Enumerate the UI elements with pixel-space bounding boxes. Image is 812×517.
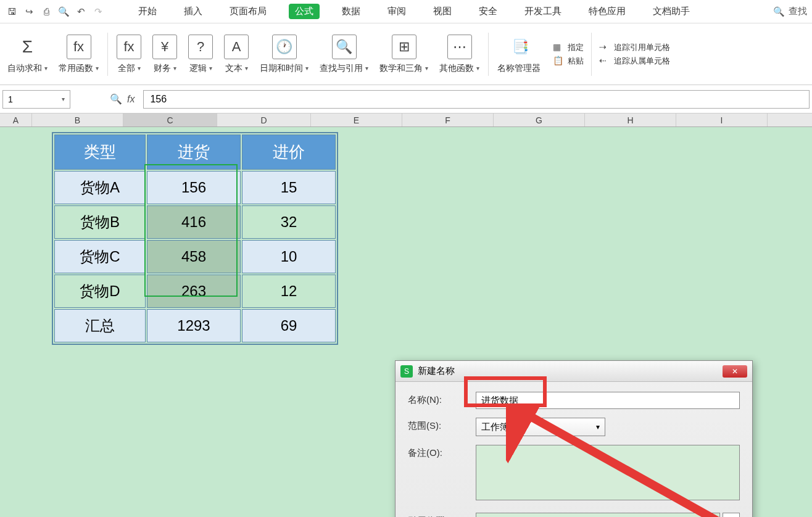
dialog-titlebar[interactable]: S 新建名称 ✕ — [396, 361, 752, 382]
table-row: 货物C 458 10 — [54, 240, 336, 273]
close-icon[interactable]: ✕ — [723, 365, 747, 378]
fx-all-icon: fx — [117, 35, 141, 59]
ref-label: 引用位置(R): — [408, 513, 476, 517]
app-logo-icon: S — [400, 365, 413, 378]
ref-picker-button[interactable]: ▦ — [723, 513, 740, 517]
data-table: 类型 进货 进价 货物A 156 15 货物B 416 32 货物C 458 1… — [52, 132, 338, 345]
tab-formula[interactable]: 公式 — [289, 4, 320, 19]
ribbon: Σ 自动求和 fx 常用函数 fx 全部 ¥ 财务 ? 逻辑 A 文本 🕐 日期… — [0, 23, 812, 85]
print-icon[interactable]: ⎙ — [39, 5, 53, 19]
col-D[interactable]: D — [217, 114, 311, 126]
tab-review[interactable]: 审阅 — [383, 4, 411, 19]
name-manager-button[interactable]: 📑 名称管理器 — [492, 35, 548, 74]
redo-icon[interactable]: ↷ — [91, 5, 105, 19]
tab-data[interactable]: 数据 — [337, 4, 365, 19]
math-icon: ⊞ — [392, 35, 416, 59]
menu-tabs: 开始 插入 页面布局 公式 数据 审阅 视图 安全 开发工具 特色应用 文档助手 — [133, 4, 695, 19]
all-fn-button[interactable]: fx 全部 — [112, 35, 146, 74]
tab-insert[interactable]: 插入 — [179, 4, 207, 19]
share-icon[interactable]: ↪ — [22, 5, 36, 19]
lookup-fn-button[interactable]: 🔍 查找与引用 — [315, 35, 373, 74]
trace-prec-icon: ⇢ — [599, 42, 610, 53]
preview-icon[interactable]: 🔍 — [57, 5, 70, 19]
spreadsheet-grid[interactable]: A B C D E F G H I 类型 进货 进价 货物A 156 15 货物… — [0, 114, 812, 517]
column-headers: A B C D E F G H I — [0, 114, 812, 127]
define-name-button[interactable]: ▦指定 — [553, 42, 584, 53]
grid-icon: ▦ — [553, 42, 564, 53]
fx-icon[interactable]: fx — [127, 94, 135, 105]
trace-dep-icon: ⇠ — [599, 56, 610, 67]
col-G[interactable]: G — [494, 114, 585, 126]
trace-dependents-button[interactable]: ⇠追踪从属单元格 — [599, 56, 670, 67]
search-button[interactable]: 🔍 查找 — [773, 6, 807, 17]
tab-special[interactable]: 特色应用 — [584, 4, 631, 19]
col-H[interactable]: H — [585, 114, 676, 126]
save-icon[interactable]: 🖫 — [5, 5, 19, 19]
common-fn-button[interactable]: fx 常用函数 — [54, 35, 104, 74]
clock-icon: 🕐 — [272, 35, 297, 59]
hdr-type[interactable]: 类型 — [54, 134, 146, 170]
sigma-icon: Σ — [15, 35, 40, 59]
yen-icon: ¥ — [152, 35, 177, 59]
col-C[interactable]: C — [123, 114, 217, 126]
paste-icon: 📋 — [553, 56, 564, 67]
table-row: 货物B 416 32 — [54, 205, 336, 239]
tab-security[interactable]: 安全 — [474, 4, 502, 19]
tab-helper[interactable]: 文档助手 — [648, 4, 695, 19]
tab-dev[interactable]: 开发工具 — [520, 4, 566, 19]
dots-icon: ⋯ — [447, 35, 472, 59]
scope-label: 范围(S): — [408, 418, 476, 432]
hdr-price[interactable]: 进价 — [242, 134, 336, 170]
table-summary-row: 汇总 1293 69 — [54, 309, 336, 342]
col-E[interactable]: E — [311, 114, 402, 126]
tab-view[interactable]: 视图 — [428, 4, 457, 19]
tab-start[interactable]: 开始 — [133, 4, 162, 19]
quick-access-bar: 🖫 ↪ ⎙ 🔍 ↶ ↷ 开始 插入 页面布局 公式 数据 审阅 视图 安全 开发… — [0, 0, 812, 23]
paste-name-button[interactable]: 📋粘贴 — [553, 56, 584, 67]
lookup-icon: 🔍 — [332, 35, 357, 59]
ref-input[interactable]: =Sheet15!$C$11:$C$14 — [476, 513, 720, 517]
table-row: 货物D 263 12 — [54, 275, 336, 308]
new-name-dialog: S 新建名称 ✕ 名称(N): 范围(S): 工作簿 备注(O): 引用位置(R… — [395, 360, 753, 517]
question-icon: ? — [188, 35, 213, 59]
comment-label: 备注(O): — [408, 445, 476, 459]
name-input[interactable] — [476, 392, 740, 409]
zoom-fx-icon[interactable]: 🔍 — [110, 93, 122, 105]
formula-bar: 1 🔍 fx 156 — [0, 85, 812, 114]
search-icon: 🔍 — [773, 6, 785, 17]
col-B[interactable]: B — [32, 114, 123, 126]
name-mgr-icon: 📑 — [508, 35, 532, 59]
autosum-button[interactable]: Σ 自动求和 — [2, 35, 52, 74]
comment-textarea[interactable] — [476, 445, 740, 500]
finance-fn-button[interactable]: ¥ 财务 — [147, 35, 182, 74]
fx-star-icon: fx — [67, 35, 91, 59]
table-header-row: 类型 进货 进价 — [54, 134, 336, 170]
undo-icon[interactable]: ↶ — [74, 5, 88, 19]
name-label: 名称(N): — [408, 392, 476, 406]
math-fn-button[interactable]: ⊞ 数学和三角 — [375, 35, 433, 74]
scope-select[interactable]: 工作簿 — [476, 418, 605, 436]
col-A[interactable]: A — [0, 114, 32, 126]
hdr-stock[interactable]: 进货 — [147, 134, 241, 170]
trace-precedents-button[interactable]: ⇢追踪引用单元格 — [599, 42, 670, 53]
col-F[interactable]: F — [402, 114, 494, 126]
text-fn-button[interactable]: A 文本 — [219, 35, 254, 74]
dialog-title-text: 新建名称 — [418, 365, 455, 377]
formula-input[interactable]: 156 — [143, 90, 810, 109]
name-box[interactable]: 1 — [2, 90, 70, 109]
tab-layout[interactable]: 页面布局 — [225, 4, 271, 19]
search-label: 查找 — [789, 6, 807, 17]
logic-fn-button[interactable]: ? 逻辑 — [183, 35, 218, 74]
col-I[interactable]: I — [676, 114, 768, 126]
other-fn-button[interactable]: ⋯ 其他函数 — [434, 35, 484, 74]
text-a-icon: A — [224, 35, 249, 59]
datetime-fn-button[interactable]: 🕐 日期和时间 — [255, 35, 313, 74]
table-row: 货物A 156 15 — [54, 171, 336, 204]
